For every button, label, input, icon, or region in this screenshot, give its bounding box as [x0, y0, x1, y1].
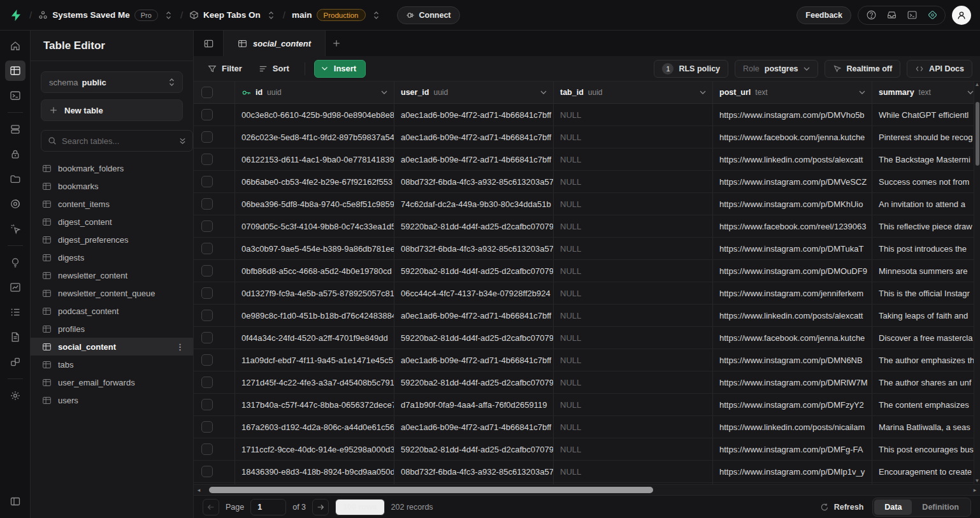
cell-summary[interactable]: Taking leaps of faith and: [872, 305, 980, 326]
cell-summary[interactable]: This reflective piece draw: [872, 215, 980, 237]
row-checkbox[interactable]: [201, 87, 213, 98]
sidebar-table-item-profiles[interactable]: profiles⋮: [31, 320, 193, 338]
table-options-icon[interactable]: ⋮: [176, 342, 184, 352]
storage-icon[interactable]: [5, 169, 25, 189]
cell-id[interactable]: 1317b40a-c57f-447c-8bba-0656372dece7: [235, 394, 394, 415]
insert-button[interactable]: Insert: [314, 60, 366, 78]
sidebar-table-item-social_content[interactable]: social_content⋮: [31, 338, 193, 356]
column-menu-icon[interactable]: [859, 90, 865, 94]
assistant-terminal-icon[interactable]: [903, 7, 921, 24]
column-menu-icon[interactable]: [700, 90, 706, 94]
row-checkbox[interactable]: [201, 243, 213, 254]
column-header-user_id[interactable]: user_iduuid: [394, 82, 554, 103]
row-checkbox[interactable]: [201, 421, 213, 433]
cell-user_id[interactable]: a0ec1ad6-b09e-4f72-ad71-4b66841c7bff: [394, 104, 554, 126]
column-header-id[interactable]: iduuid: [235, 82, 394, 103]
cell-tab_id[interactable]: NULL: [554, 282, 713, 304]
row-checkbox[interactable]: [201, 131, 213, 143]
project-breadcrumb[interactable]: Keep Tabs On: [189, 10, 261, 20]
cell-user_id[interactable]: 59220ba2-81dd-4d4f-ad25-d2cafbc07079: [394, 260, 554, 282]
cell-tab_id[interactable]: NULL: [554, 260, 713, 282]
cell-summary[interactable]: An invitation to attend a: [872, 193, 980, 215]
row-checkbox[interactable]: [201, 265, 213, 277]
schema-select[interactable]: schema public: [41, 71, 183, 93]
cell-post_url[interactable]: https://www.facebook.com/jenna.kutche: [713, 327, 872, 349]
role-select[interactable]: Role postgres: [735, 60, 818, 78]
cell-id[interactable]: 0e989c8c-f1d0-451b-b18b-d76c42483884: [235, 305, 394, 326]
sidebar-table-item-tabs[interactable]: tabs⋮: [31, 356, 193, 373]
horizontal-scrollbar[interactable]: ◂ ▸: [194, 484, 980, 495]
cell-post_url[interactable]: https://www.instagram.com/p/DMVho5b: [713, 104, 872, 126]
realtime-toggle-button[interactable]: Realtime off: [825, 60, 901, 78]
column-menu-icon[interactable]: [540, 90, 547, 94]
cell-post_url[interactable]: https://www.instagram.com/p/DMRlW7M: [713, 371, 872, 393]
filter-button[interactable]: Filter: [201, 60, 249, 78]
cell-id[interactable]: 167a2603-d192-4d2a-806c-a44d0e61c561: [235, 416, 394, 438]
branch-breadcrumb[interactable]: main Production: [292, 9, 366, 21]
supabase-logo-icon[interactable]: [9, 8, 23, 22]
auth-icon[interactable]: [5, 144, 25, 164]
cell-id[interactable]: 1711ccf2-9cce-40dc-914e-e95298a000d3: [235, 438, 394, 460]
cell-user_id[interactable]: a0ec1ad6-b09e-4f72-ad71-4b66841c7bff: [394, 148, 554, 170]
cell-tab_id[interactable]: NULL: [554, 238, 713, 259]
row-checkbox[interactable]: [201, 377, 213, 388]
cell-tab_id[interactable]: NULL: [554, 394, 713, 415]
integrations-icon[interactable]: [5, 352, 25, 372]
cell-post_url[interactable]: https://www.instagram.com/p/DMFzyY2: [713, 394, 872, 415]
cell-summary[interactable]: The content emphasizes: [872, 394, 980, 415]
settings-icon[interactable]: [5, 385, 25, 406]
cell-post_url[interactable]: https://www.facebook.com/jenna.kutche: [713, 126, 872, 148]
inbox-icon[interactable]: [883, 7, 900, 24]
cell-post_url[interactable]: https://www.linkedin.com/posts/alexcatt: [713, 305, 872, 326]
cell-summary[interactable]: The Backstage Mastermi: [872, 148, 980, 170]
cell-user_id[interactable]: d7a1b90f-0fa9-4aa4-affa-76f0d2659119: [394, 394, 554, 415]
cell-user_id[interactable]: 59220ba2-81dd-4d4f-ad25-d2cafbc07079: [394, 371, 554, 393]
cell-id[interactable]: 026c023e-5ed8-4f1c-9fd2-897b59837a54: [235, 126, 394, 148]
cell-user_id[interactable]: 59220ba2-81dd-4d4f-ad25-d2cafbc07079: [394, 215, 554, 237]
cell-id[interactable]: 0d1327f9-fc9a-4e5b-a575-878925057c81: [235, 282, 394, 304]
branch-switcher-button[interactable]: [371, 9, 382, 22]
database-icon[interactable]: [5, 119, 25, 140]
row-checkbox[interactable]: [201, 332, 213, 343]
cell-id[interactable]: 0a3c0b97-9ae5-454e-b389-9a86db781ee: [235, 238, 394, 259]
help-icon[interactable]: [862, 7, 880, 24]
logs-icon[interactable]: [5, 302, 25, 322]
row-checkbox[interactable]: [201, 399, 213, 410]
cell-id[interactable]: 11a09dcf-ebd7-4f11-9a45-a1e1471e45c5: [235, 349, 394, 371]
sidebar-table-item-digest_content[interactable]: digest_content⋮: [31, 213, 193, 231]
cell-id[interactable]: 0709d05c-5c3f-4104-9bb8-0c74c33ea1d5: [235, 215, 394, 237]
cell-id[interactable]: 06122153-d611-4ac1-9ba0-0e7781418395: [235, 148, 394, 170]
edge-functions-icon[interactable]: [5, 194, 25, 214]
row-checkbox[interactable]: [201, 354, 213, 366]
scroll-right-arrow[interactable]: ▸: [972, 487, 978, 493]
cell-user_id[interactable]: a0ec1ad6-b09e-4f72-ad71-4b66841c7bff: [394, 126, 554, 148]
cell-tab_id[interactable]: NULL: [554, 193, 713, 215]
cell-user_id[interactable]: 08bd732f-6bda-4fc3-a932-85c613203a57: [394, 171, 554, 192]
api-docs-button[interactable]: API Docs: [907, 60, 972, 78]
definition-view-button[interactable]: Definition: [912, 500, 969, 515]
cell-summary[interactable]: Minnesota summers are: [872, 260, 980, 282]
cell-tab_id[interactable]: NULL: [554, 371, 713, 393]
tab-social-content[interactable]: social_content: [223, 31, 326, 56]
project-switcher-button[interactable]: [266, 9, 277, 22]
cell-summary[interactable]: This post encourages bus: [872, 438, 980, 460]
vertical-scrollbar[interactable]: ▲ ▼: [974, 82, 980, 484]
cell-post_url[interactable]: https://www.instagram.com/p/DMFg-FA: [713, 438, 872, 460]
cell-summary[interactable]: Discover a free mastercla: [872, 327, 980, 349]
cell-post_url[interactable]: https://www.instagram.com/p/DMN6NB: [713, 349, 872, 371]
cell-tab_id[interactable]: NULL: [554, 461, 713, 482]
column-header-post_url[interactable]: post_urltext: [713, 82, 872, 103]
home-icon[interactable]: [5, 36, 25, 56]
cell-tab_id[interactable]: NULL: [554, 416, 713, 438]
org-breadcrumb[interactable]: Systems Saved Me Pro: [38, 10, 158, 21]
cell-user_id[interactable]: 06cc44c4-4fc7-4137-b34e-07928ff2b924: [394, 282, 554, 304]
cell-summary[interactable]: The author shares an unf: [872, 371, 980, 393]
api-docs-icon[interactable]: [5, 327, 25, 347]
row-checkbox[interactable]: [201, 443, 213, 455]
table-editor-icon[interactable]: [5, 61, 25, 81]
rows-per-page-button[interactable]: 100 rows: [335, 499, 385, 515]
column-header-tab_id[interactable]: tab_iduuid: [554, 82, 713, 103]
sidebar-table-item-newsletter_content[interactable]: newsletter_content⋮: [31, 266, 193, 284]
sidebar-table-item-podcast_content[interactable]: podcast_content⋮: [31, 302, 193, 320]
double-chevron-down-icon[interactable]: [179, 137, 186, 145]
